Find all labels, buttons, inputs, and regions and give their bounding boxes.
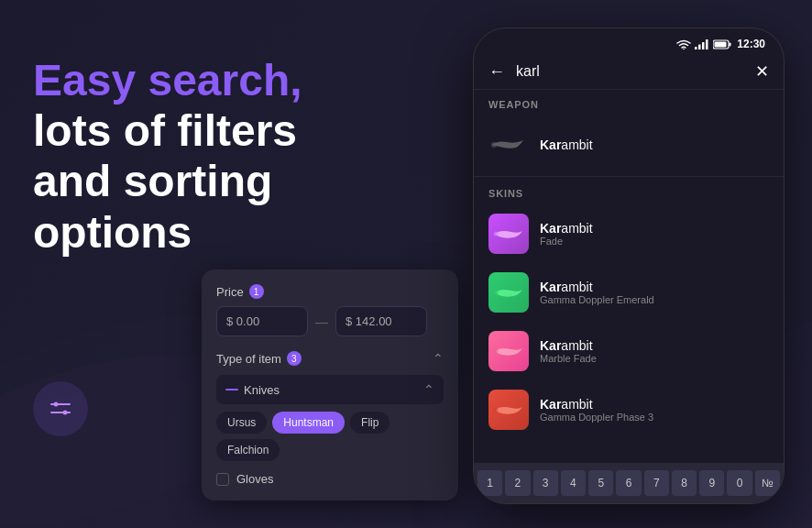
- svg-rect-12: [715, 41, 727, 47]
- minus-icon: [225, 389, 238, 390]
- key-nr[interactable]: №: [755, 470, 780, 496]
- fade-knife-icon: [493, 225, 524, 243]
- svg-point-14: [494, 232, 499, 236]
- price-max-input[interactable]: [335, 306, 427, 336]
- svg-rect-11: [730, 42, 731, 46]
- skin-result-gamma[interactable]: Karambit Gamma Doppler Emerald: [474, 263, 784, 322]
- gloves-label: Gloves: [236, 472, 273, 486]
- gamma-icon: [488, 272, 529, 313]
- fade-icon: [488, 214, 529, 254]
- fade-subname: Fade: [540, 236, 769, 247]
- skin-result-fade[interactable]: Karambit Fade: [474, 204, 784, 263]
- subtypes-container: Ursus Huntsman Flip Falchion: [216, 412, 444, 461]
- subtype-falchion[interactable]: Falchion: [216, 439, 280, 461]
- key-9[interactable]: 9: [699, 470, 724, 496]
- phase3-icon: [488, 390, 529, 430]
- keyboard-strip: 1 2 3 4 5 6 7 8 9 0 №: [474, 463, 784, 503]
- marble-text: Karambit Marble Fade: [540, 338, 769, 364]
- phase3-knife-icon: [493, 401, 524, 419]
- signal-icon: [695, 39, 709, 50]
- key-6[interactable]: 6: [616, 470, 641, 496]
- price-dash: —: [315, 314, 328, 329]
- battery-icon: [713, 39, 731, 50]
- search-query[interactable]: karl: [516, 63, 540, 80]
- fade-text: Karambit Fade: [540, 221, 769, 247]
- key-7[interactable]: 7: [644, 470, 669, 496]
- search-bar: ← karl ✕: [474, 54, 784, 90]
- weapon-highlight: Kar: [540, 138, 561, 152]
- weapon-rest: ambit: [561, 138, 592, 152]
- chevron-up-icon: ⌃: [433, 351, 444, 366]
- key-1[interactable]: 1: [477, 470, 502, 496]
- subtype-huntsman[interactable]: Huntsman: [272, 412, 345, 434]
- headline-accent: Easy search,: [33, 56, 302, 104]
- left-content: Easy search, lots of filters and sorting…: [33, 55, 400, 258]
- gamma-name: Karambit: [540, 280, 769, 294]
- weapon-result-text: Karambit: [540, 138, 769, 152]
- svg-point-5: [683, 49, 685, 50]
- price-section: Price 1 —: [216, 284, 444, 336]
- svg-point-17: [494, 408, 499, 412]
- svg-rect-9: [706, 39, 708, 50]
- results-container[interactable]: WEAPON Karambit SKINS: [474, 90, 784, 473]
- gloves-checkbox[interactable]: [216, 473, 229, 486]
- phase3-text: Karambit Gamma Doppler Phase 3: [540, 397, 769, 423]
- gamma-knife-icon: [493, 283, 524, 302]
- filter-panel: Price 1 — Type of item 3 ⌃ Knives ⌃ Ursu…: [202, 270, 458, 500]
- key-8[interactable]: 8: [672, 470, 697, 496]
- status-time: 12:30: [737, 38, 765, 50]
- status-bar: 12:30: [474, 28, 784, 54]
- svg-point-15: [494, 291, 499, 295]
- weapon-result-item[interactable]: Karambit: [474, 116, 784, 174]
- divider: [474, 176, 784, 177]
- type-label: Type of item 3: [216, 351, 302, 366]
- skins-section-label: SKINS: [474, 179, 784, 204]
- marble-knife-icon: [493, 342, 524, 360]
- filter-icon: [48, 396, 73, 422]
- back-button[interactable]: ←: [488, 62, 505, 82]
- svg-rect-7: [698, 44, 701, 50]
- marble-subname: Marble Fade: [540, 353, 769, 364]
- fade-name: Karambit: [540, 221, 769, 236]
- karambit-weapon-icon: [490, 133, 527, 157]
- weapon-result-name: Karambit: [540, 138, 769, 152]
- skin-result-marble[interactable]: Karambit Marble Fade: [474, 322, 784, 380]
- filter-icon-container[interactable]: [33, 381, 88, 436]
- key-2[interactable]: 2: [505, 470, 530, 496]
- wifi-icon: [676, 39, 691, 50]
- type-badge: 3: [287, 351, 302, 366]
- price-label: Price 1: [216, 284, 444, 299]
- headline-line3: and sorting: [33, 157, 272, 205]
- skin-result-phase3[interactable]: Karambit Gamma Doppler Phase 3: [474, 380, 784, 439]
- gamma-text: Karambit Gamma Doppler Emerald: [540, 280, 769, 305]
- gloves-row[interactable]: Gloves: [216, 472, 444, 486]
- subtype-ursus[interactable]: Ursus: [216, 412, 267, 434]
- price-inputs: —: [216, 306, 444, 336]
- svg-point-2: [54, 402, 59, 407]
- svg-rect-8: [702, 42, 705, 50]
- key-3[interactable]: 3: [533, 470, 558, 496]
- svg-point-16: [494, 349, 499, 354]
- phase3-subname: Gamma Doppler Phase 3: [540, 412, 769, 423]
- phase3-name: Karambit: [540, 397, 769, 412]
- gamma-subname: Gamma Doppler Emerald: [540, 294, 769, 305]
- phone-mockup: 12:30 ← karl ✕ WEAPON Karambit: [473, 28, 785, 504]
- weapon-icon: [488, 125, 529, 165]
- key-4[interactable]: 4: [561, 470, 586, 496]
- knives-row[interactable]: Knives ⌃: [216, 375, 444, 404]
- search-clear-button[interactable]: ✕: [755, 61, 769, 82]
- type-header[interactable]: Type of item 3 ⌃: [216, 351, 444, 366]
- knives-label: Knives: [225, 383, 280, 397]
- marble-icon: [488, 331, 529, 371]
- svg-rect-6: [695, 47, 697, 50]
- svg-point-13: [491, 142, 497, 148]
- status-icons: [676, 39, 731, 50]
- price-min-input[interactable]: [216, 306, 308, 336]
- headline-line2: lots of filters: [33, 106, 297, 155]
- key-0[interactable]: 0: [727, 470, 752, 496]
- type-section: Type of item 3 ⌃ Knives ⌃ Ursus Huntsman…: [216, 351, 444, 461]
- subtype-flip[interactable]: Flip: [350, 412, 390, 434]
- key-5[interactable]: 5: [588, 470, 613, 496]
- headline-line4: options: [33, 208, 192, 257]
- headline: Easy search, lots of filters and sorting…: [33, 55, 400, 258]
